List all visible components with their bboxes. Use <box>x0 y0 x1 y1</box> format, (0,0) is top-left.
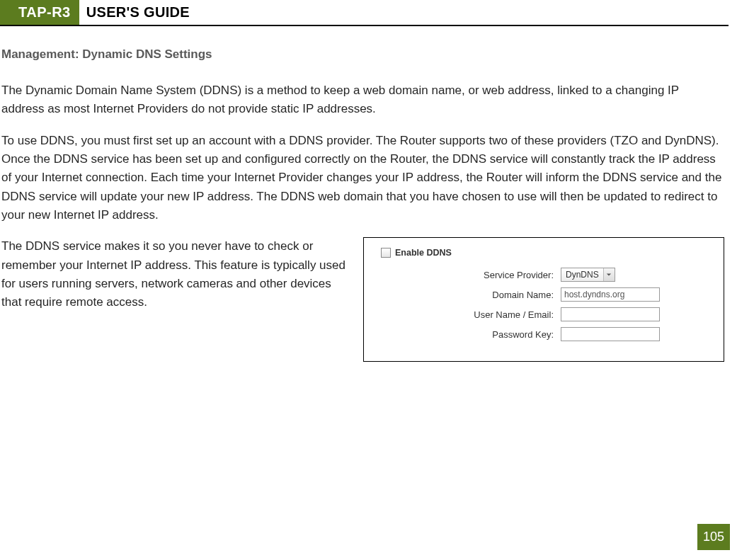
user-email-input[interactable] <box>561 307 660 321</box>
product-tag: TAP-R3 <box>8 0 79 25</box>
password-key-input[interactable] <box>561 327 660 341</box>
password-key-label: Password Key: <box>377 329 561 340</box>
enable-ddns-label: Enable DDNS <box>395 248 452 258</box>
header-accent <box>0 0 8 25</box>
paragraph-1: The Dynamic Domain Name System (DDNS) is… <box>1 81 724 119</box>
section-heading: Management: Dynamic DNS Settings <box>1 47 724 62</box>
user-email-label: User Name / Email: <box>377 309 561 320</box>
document-title: USER'S GUIDE <box>79 0 190 25</box>
domain-name-input[interactable] <box>561 287 660 302</box>
service-provider-select[interactable]: DynDNS <box>561 268 615 282</box>
page-content: Management: Dynamic DNS Settings The Dyn… <box>0 26 737 362</box>
page-number: 105 <box>697 524 730 550</box>
paragraph-3: The DDNS service makes it so you never h… <box>1 237 350 312</box>
dropdown-button[interactable] <box>603 268 615 281</box>
ddns-settings-panel: Enable DDNS Service Provider: DynDNS Dom… <box>363 237 724 362</box>
paragraph-2: To use DDNS, you must first set up an ac… <box>1 132 724 225</box>
domain-name-label: Domain Name: <box>377 290 561 300</box>
service-provider-value: DynDNS <box>561 270 603 280</box>
page-header: TAP-R3 USER'S GUIDE <box>0 0 729 26</box>
enable-ddns-checkbox[interactable] <box>381 248 391 258</box>
chevron-down-icon <box>606 272 612 278</box>
service-provider-label: Service Provider: <box>377 270 561 280</box>
